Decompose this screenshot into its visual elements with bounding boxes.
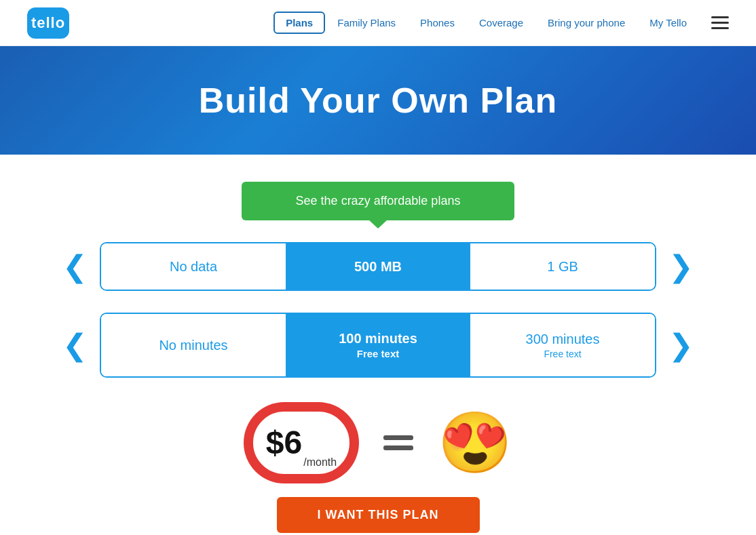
cta-button[interactable]: I WANT THIS PLAN <box>277 497 480 533</box>
nav-plans[interactable]: Plans <box>273 12 325 34</box>
minutes-option-none[interactable]: No minutes <box>101 314 286 376</box>
equals-sign <box>383 435 413 450</box>
price-amount: $6 <box>266 427 302 459</box>
nav-bring-phone[interactable]: Bring your phone <box>535 12 637 34</box>
heart-eyes-emoji: 😍 <box>438 413 512 473</box>
minutes-slider-section: ❮ No minutes 100 minutes Free text 300 m… <box>0 313 756 378</box>
data-slider-box: No data 500 MB 1 GB <box>100 242 656 291</box>
minutes-slider-prev[interactable]: ❮ <box>50 330 100 360</box>
logo-text: tello <box>31 14 65 32</box>
price-circle-inner: $6 /month <box>251 410 352 476</box>
minutes-slider-next[interactable]: ❯ <box>656 330 706 360</box>
nav-family-plans[interactable]: Family Plans <box>325 12 408 34</box>
data-slider-section: ❮ No data 500 MB 1 GB ❯ <box>0 242 756 291</box>
equals-line-top <box>383 435 413 440</box>
data-option-1gb[interactable]: 1 GB <box>470 243 655 290</box>
price-section: $6 /month 😍 <box>244 402 512 483</box>
minutes-option-300[interactable]: 300 minutes Free text <box>470 314 655 376</box>
main-nav: Plans Family Plans Phones Coverage Bring… <box>273 12 699 34</box>
main-content: See the crazy affordable plans ❮ No data… <box>0 155 756 535</box>
header: tello Plans Family Plans Phones Coverage… <box>0 0 756 46</box>
minutes-slider-box: No minutes 100 minutes Free text 300 min… <box>100 313 656 378</box>
equals-line-bottom <box>383 445 413 450</box>
hero-banner: Build Your Own Plan <box>0 46 756 155</box>
data-option-500mb[interactable]: 500 MB <box>286 243 470 290</box>
logo-wrap: tello <box>27 7 69 39</box>
price-period: /month <box>303 456 337 469</box>
data-slider-next[interactable]: ❯ <box>656 252 706 281</box>
nav-my-tello[interactable]: My Tello <box>637 12 699 34</box>
data-option-no-data[interactable]: No data <box>101 243 286 290</box>
nav-coverage[interactable]: Coverage <box>467 12 535 34</box>
price-circle-outer: $6 /month <box>244 402 359 483</box>
nav-phones[interactable]: Phones <box>408 12 467 34</box>
promo-button[interactable]: See the crazy affordable plans <box>242 182 515 220</box>
minutes-option-100[interactable]: 100 minutes Free text <box>286 314 470 376</box>
logo-box: tello <box>27 7 69 39</box>
hamburger-menu[interactable] <box>711 16 729 29</box>
hero-title: Build Your Own Plan <box>199 80 557 121</box>
data-slider-prev[interactable]: ❮ <box>50 252 100 281</box>
